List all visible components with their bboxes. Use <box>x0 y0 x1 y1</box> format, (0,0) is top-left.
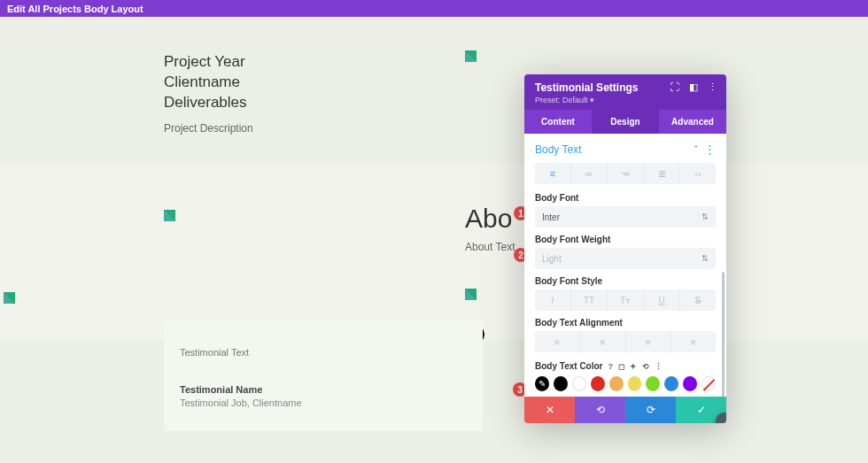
tab-design[interactable]: Design <box>592 110 659 134</box>
panel-header[interactable]: Testimonial Settings Preset: Default ▾ ⛶… <box>524 74 726 110</box>
menu-dots-icon[interactable]: ⋮ <box>655 362 663 371</box>
menu-dots-icon[interactable]: ⋮ <box>708 81 717 93</box>
top-bar-title: Edit All Projects Body Layout <box>7 4 143 14</box>
image-placeholder-icon <box>4 292 15 304</box>
select-arrows-icon: ⇅ <box>701 212 709 221</box>
style-strike-button[interactable]: S <box>680 289 716 311</box>
section-toggle-body-text[interactable]: Body Text ˄⋮ <box>535 143 716 156</box>
testimonial-job: Testimonial Job, Clientname <box>180 397 467 408</box>
style-smallcaps-button[interactable]: Tᴛ <box>608 289 644 311</box>
text-tab-ul[interactable]: ≔ <box>608 163 644 184</box>
align-right-button[interactable]: ≡ <box>626 331 671 352</box>
align-left-button[interactable]: ≡ <box>535 331 580 352</box>
upper-section: Project Year Clientname Deliverables Pro… <box>0 17 868 163</box>
style-italic-button[interactable]: I <box>535 289 571 311</box>
color-picker-button[interactable]: ✎ <box>535 376 549 391</box>
swatch-black[interactable] <box>554 376 568 391</box>
hover-icon[interactable]: ✦ <box>630 362 637 371</box>
image-placeholder-icon <box>465 50 477 62</box>
label-body-font: Body Font <box>535 193 716 203</box>
top-bar: Edit All Projects Body Layout <box>0 0 868 17</box>
menu-dots-icon[interactable]: ⋮ <box>704 143 716 156</box>
alignment-row: ≡ ≡ ≡ ≡ <box>535 331 716 352</box>
swatch-gold[interactable] <box>609 376 624 391</box>
heading-project-year: Project Year <box>164 52 868 73</box>
swatch-transparent[interactable] <box>701 376 716 391</box>
panel-preset[interactable]: Preset: Default ▾ <box>535 96 716 104</box>
testimonial-name: Testimonial Name <box>180 384 467 395</box>
project-description: Project Description <box>164 122 868 135</box>
style-underline-button[interactable]: U <box>644 289 680 311</box>
label-body-font-style: Body Font Style <box>535 276 716 286</box>
swatch-white[interactable] <box>572 376 586 391</box>
panel-footer: ✕ ⟲ ⟳ ✓ <box>524 397 726 423</box>
select-value: Light <box>542 254 562 264</box>
label-body-text-color: Body Text Color ? ◻ ✦ ⟲ ⋮ <box>535 361 716 371</box>
chevron-down-icon: ▾ <box>590 96 594 104</box>
reset-icon[interactable]: ⟲ <box>642 362 649 371</box>
image-placeholder-icon <box>164 210 175 221</box>
select-body-font-weight[interactable]: Light ⇅ <box>535 248 716 269</box>
text-tab-paragraph[interactable]: ≡ <box>535 163 571 184</box>
swatch-green[interactable] <box>646 376 660 391</box>
swatch-red[interactable] <box>591 376 605 391</box>
label-body-font-weight: Body Font Weight <box>535 235 716 244</box>
testimonial-text: Testimonial Text <box>180 347 467 358</box>
swatch-yellow[interactable] <box>628 376 642 391</box>
redo-button[interactable]: ⟳ <box>625 397 676 423</box>
heading-deliverables: Deliverables <box>164 93 868 113</box>
style-uppercase-button[interactable]: TT <box>571 289 608 311</box>
swatch-purple[interactable] <box>683 376 697 391</box>
panel-tabs: Content Design Advanced <box>524 110 726 134</box>
heading-clientname: Clientname <box>164 73 868 93</box>
text-type-tabs: ≡ ∞ ≔ ≣ ›› <box>535 163 716 184</box>
tab-content[interactable]: Content <box>524 110 592 134</box>
about-text: About Text <box>465 241 515 253</box>
testimonial-card: Testimonial Text Testimonial Name Testim… <box>164 320 483 431</box>
help-icon[interactable]: ? <box>608 362 613 371</box>
align-center-button[interactable]: ≡ <box>580 331 625 352</box>
panel-body[interactable]: Body Text ˄⋮ ≡ ∞ ≔ ≣ ›› Body Font Inter … <box>524 134 726 397</box>
image-placeholder-icon <box>465 289 477 300</box>
tablet-icon[interactable]: ◻ <box>618 362 624 371</box>
cancel-button[interactable]: ✕ <box>524 397 575 423</box>
undo-button[interactable]: ⟲ <box>575 397 625 423</box>
align-justify-button[interactable]: ≡ <box>671 331 716 352</box>
color-swatches: ✎ <box>535 376 716 391</box>
select-body-font[interactable]: Inter ⇅ <box>535 206 716 228</box>
tab-advanced[interactable]: Advanced <box>659 110 726 134</box>
expand-icon[interactable]: ⛶ <box>670 81 679 93</box>
text-tab-link[interactable]: ∞ <box>571 163 608 184</box>
snap-icon[interactable]: ◧ <box>689 81 698 93</box>
swatch-blue[interactable] <box>664 376 678 391</box>
select-value: Inter <box>542 212 560 222</box>
label-body-text-alignment: Body Text Alignment <box>535 318 716 328</box>
settings-panel: Testimonial Settings Preset: Default ▾ ⛶… <box>524 74 726 423</box>
font-style-row: I TT Tᴛ U S <box>535 289 716 311</box>
about-section: Abo About Text <box>0 163 868 340</box>
text-tab-quote[interactable]: ›› <box>680 163 716 184</box>
chevron-up-icon: ˄ <box>694 144 699 155</box>
about-title: Abo <box>465 204 512 234</box>
text-tab-ol[interactable]: ≣ <box>644 163 680 184</box>
scrollbar[interactable] <box>722 272 725 397</box>
select-arrows-icon: ⇅ <box>701 254 709 263</box>
